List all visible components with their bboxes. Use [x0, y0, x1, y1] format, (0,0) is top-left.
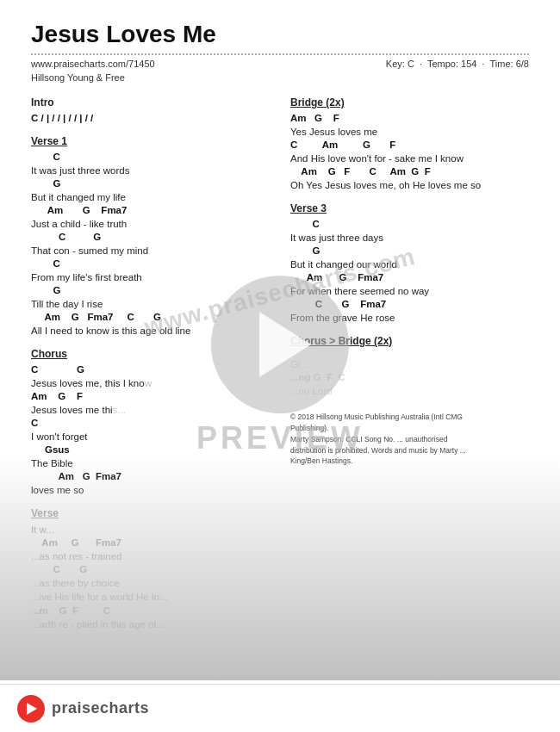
v3-chord-1: C: [290, 218, 529, 231]
logo-play-triangle: [27, 703, 37, 715]
preview-label: PREVIEW: [196, 420, 364, 456]
v1-lyric-4: That con - sumed my mind: [31, 244, 270, 257]
bottom-logo: praisecharts: [17, 695, 149, 723]
fade-overlay: [0, 456, 560, 680]
logo-text: praisecharts: [52, 699, 149, 717]
preview-play[interactable]: PREVIEW: [196, 276, 364, 456]
v1-chord-3: Am G Fma7: [31, 204, 270, 217]
section-intro: Intro C / | / / | / / | / /: [31, 95, 270, 125]
v1-lyric-1: It was just three words: [31, 164, 270, 177]
verse3-label: Verse 3: [290, 201, 529, 216]
bridge-label: Bridge (2x): [290, 95, 529, 110]
v1-chord-2: G: [31, 177, 270, 190]
v1-chord-4: C G: [31, 231, 270, 244]
title: Jesus Loves Me: [31, 21, 529, 48]
song-info: Key: C · Tempo: 154 · Time: 6/8: [386, 59, 529, 69]
artist: Hillsong Young & Free: [31, 72, 529, 83]
page: Jesus Loves Me www.praisecharts.com/7145…: [0, 0, 560, 732]
v1-lyric-3: Just a child - like truth: [31, 217, 270, 231]
br-chord-2: C Am G F: [290, 139, 529, 152]
verse1-label: Verse 1: [31, 133, 270, 149]
intro-label: Intro: [31, 95, 270, 110]
url: www.praisecharts.com/71450: [31, 59, 155, 69]
br-lyric-1: Yes Jesus loves me: [290, 125, 529, 139]
v1-chord-5: C: [31, 257, 270, 270]
br-lyric-3: Oh Yes Jesus loves me, oh He loves me so: [290, 178, 529, 192]
intro-chords: C / | / / | / / | / /: [31, 112, 270, 125]
play-triangle-icon: [259, 312, 311, 377]
play-circle[interactable]: [211, 276, 349, 413]
subtitle-row: www.praisecharts.com/71450 Key: C · Temp…: [31, 59, 529, 69]
br-chord-3: Am G F C Am G F: [290, 165, 529, 178]
br-lyric-2: And His love won't for - sake me I know: [290, 152, 529, 165]
v1-lyric-2: But it changed my life: [31, 190, 270, 204]
logo-play-icon[interactable]: [17, 695, 45, 723]
bottom-bar: praisecharts: [0, 684, 560, 732]
br-chord-1: Am G F: [290, 112, 529, 125]
section-bridge: Bridge (2x) Am G F Yes Jesus loves me C …: [290, 95, 529, 192]
divider: [31, 53, 529, 55]
v1-chord-1: C: [31, 151, 270, 164]
